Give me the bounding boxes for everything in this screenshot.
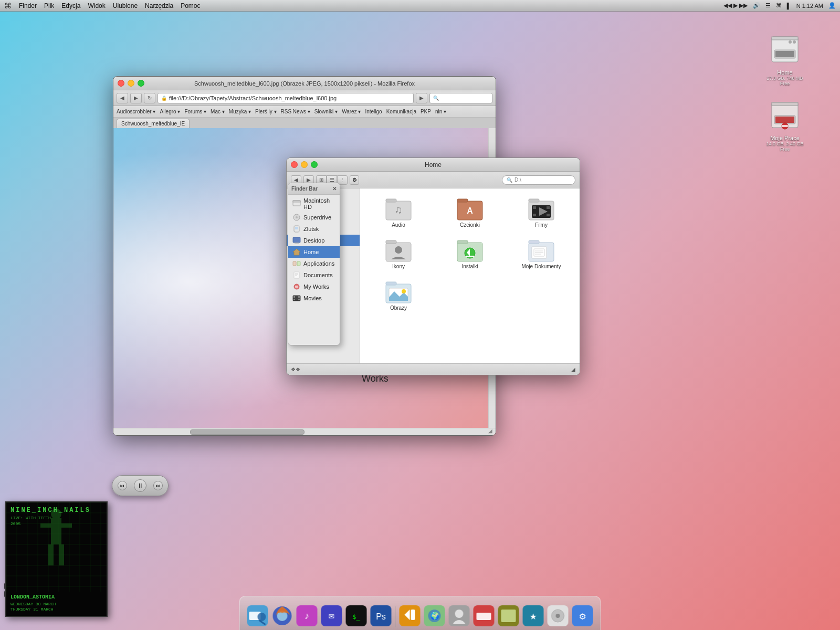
finderbar-item-desktop[interactable]: Desktop bbox=[288, 235, 340, 246]
bm-inteligo[interactable]: Inteligo bbox=[365, 109, 382, 114]
bm-audioscrobbler[interactable]: Audioscrobbler ▾ bbox=[117, 109, 155, 114]
svg-rect-64 bbox=[547, 214, 550, 216]
user-icon[interactable]: 👤 bbox=[828, 2, 836, 9]
desktop-sidebar-label: Desktop bbox=[303, 237, 324, 244]
finderbar-item-my-works[interactable]: My Works bbox=[288, 281, 340, 292]
volume-icon[interactable]: 🔊 bbox=[753, 2, 760, 9]
firefox-window-controls bbox=[118, 80, 144, 87]
forward-button[interactable]: ▶ bbox=[130, 93, 142, 103]
finderbar-panel: Finder Bar ✕ Macintosh HD Superdrive Zlu… bbox=[288, 183, 340, 345]
finder-close-button[interactable] bbox=[291, 161, 298, 168]
dock-icon3[interactable]: ♪ bbox=[296, 604, 319, 627]
finder-search-text: D:\ bbox=[514, 177, 521, 183]
finder-item-filmy[interactable]: Filmy bbox=[508, 194, 574, 230]
menu-finder[interactable]: Finder bbox=[19, 2, 37, 9]
bm-nin[interactable]: nin ▾ bbox=[435, 109, 446, 114]
firefox-scrollbar-thumb[interactable] bbox=[190, 429, 304, 435]
svg-point-15 bbox=[296, 216, 298, 218]
bm-allegro[interactable]: Allegro ▾ bbox=[160, 109, 180, 114]
menu-narzedzia[interactable]: Narzędzia bbox=[145, 2, 173, 9]
bm-komunikacja[interactable]: Komunikacja bbox=[386, 109, 416, 114]
finder-minimize-button[interactable] bbox=[301, 161, 308, 168]
bm-rss[interactable]: RSS News ▾ bbox=[281, 109, 310, 114]
menu-widok[interactable]: Widok bbox=[88, 2, 105, 9]
home-sidebar-label: Home bbox=[303, 249, 319, 255]
dock-icon11[interactable] bbox=[497, 604, 520, 627]
tab-label: Schwuoosh_meltedblue_IE bbox=[121, 121, 185, 127]
firefox-maximize-button[interactable] bbox=[138, 80, 144, 87]
svg-rect-22 bbox=[297, 261, 300, 266]
desktop-icon-moje-prace[interactable]: Moje Prace 14.0 GB, 2.40 GB Free bbox=[761, 97, 808, 152]
back-button[interactable]: ◀ bbox=[117, 93, 128, 103]
media-controls-icon[interactable]: ◀◀ ▶ ▶▶ bbox=[723, 2, 748, 9]
finderbar-item-documents[interactable]: Documents bbox=[288, 269, 340, 281]
finder-search[interactable]: 🔍 D:\ bbox=[502, 175, 575, 185]
svg-text:$_: $_ bbox=[352, 613, 360, 621]
dock-icon13[interactable] bbox=[547, 604, 570, 627]
bm-forums[interactable]: Forums ▾ bbox=[184, 109, 206, 114]
svg-rect-73 bbox=[466, 256, 474, 257]
dock-icon5[interactable]: $_ bbox=[345, 604, 368, 627]
tab-schwuoosh[interactable]: Schwuoosh_meltedblue_IE bbox=[117, 119, 190, 128]
finderbar-close[interactable]: ✕ bbox=[332, 186, 337, 192]
finder-maximize-button[interactable] bbox=[311, 161, 318, 168]
dock-icon6-img: Ps bbox=[371, 605, 392, 626]
firefox-hscrollbar[interactable] bbox=[113, 428, 496, 435]
dock: ♪ ✉ $_ Ps 🌍 bbox=[239, 596, 601, 630]
finderbar-item-superdrive[interactable]: Superdrive bbox=[288, 212, 340, 223]
search-box[interactable]: 🔍 bbox=[429, 93, 492, 103]
finderbar-item-home[interactable]: Home bbox=[288, 246, 340, 258]
finder-item-obrazy[interactable]: Obrazy bbox=[365, 277, 432, 313]
play-pause-button[interactable]: ⏸ bbox=[134, 479, 146, 492]
apple-menu[interactable]: ⌘ bbox=[4, 2, 12, 10]
menu-plik[interactable]: Plik bbox=[44, 2, 54, 9]
finder-item-audio[interactable]: ♫ Audio bbox=[365, 194, 432, 230]
dock-icon12[interactable]: ★ bbox=[522, 604, 545, 627]
finderbar-item-zlutsk[interactable]: Zlutsk bbox=[288, 223, 340, 235]
firefox-minimize-button[interactable] bbox=[128, 80, 134, 87]
home-sidebar-icon bbox=[292, 248, 301, 256]
finder-item-instalki[interactable]: Instalki bbox=[437, 235, 503, 271]
dock-icon7[interactable] bbox=[398, 604, 422, 627]
dock-icon14[interactable]: ⚙ bbox=[571, 604, 594, 627]
finderbar-item-macintosh-hd[interactable]: Macintosh HD bbox=[288, 196, 340, 212]
moje-prace-drive-icon bbox=[769, 97, 801, 133]
dock-icon6[interactable]: Ps bbox=[370, 604, 393, 627]
moje-prace-label: Moje Prace bbox=[770, 135, 800, 141]
refresh-button[interactable]: ↻ bbox=[144, 93, 155, 103]
finder-item-moje-dokumenty[interactable]: Moje Dokumenty bbox=[508, 235, 574, 271]
dock-finder[interactable] bbox=[246, 604, 269, 627]
next-button[interactable]: ⏭ bbox=[153, 481, 163, 490]
bm-mac[interactable]: Mac ▾ bbox=[211, 109, 225, 114]
bm-pkp[interactable]: PKP bbox=[421, 109, 431, 114]
moje-prace-sublabel: 14.0 GB, 2.40 GB Free bbox=[761, 141, 808, 152]
finder-item-czcionki[interactable]: A Czcionki bbox=[437, 194, 503, 230]
dock-icon9[interactable] bbox=[448, 604, 471, 627]
dock-firefox[interactable] bbox=[271, 604, 294, 627]
dock-icon10[interactable] bbox=[472, 604, 496, 627]
finder-action-button[interactable]: ⚙ bbox=[350, 175, 359, 185]
firefox-close-button[interactable] bbox=[118, 80, 124, 87]
movies-sidebar-icon bbox=[292, 294, 301, 302]
finderbar-item-movies[interactable]: Movies bbox=[288, 292, 340, 304]
prev-button[interactable]: ⏮ bbox=[118, 481, 127, 490]
svg-rect-56 bbox=[457, 199, 468, 202]
desktop-icon-home[interactable]: Home 27.3 GB, 748 MB Free bbox=[761, 32, 808, 86]
go-button[interactable]: ▶ bbox=[416, 93, 427, 103]
menu-edycja[interactable]: Edycja bbox=[61, 2, 80, 9]
bm-slowniki[interactable]: Słowniki ▾ bbox=[314, 109, 338, 114]
url-bar[interactable]: 🔒 file:///D:/Obrazy/Tapety/Abstract/Schw… bbox=[158, 93, 414, 103]
menu-ulubione[interactable]: Ulubione bbox=[113, 2, 138, 9]
bm-warez[interactable]: Warez ▾ bbox=[342, 109, 361, 114]
dock-icon4[interactable]: ✉ bbox=[320, 604, 343, 627]
applications-label: Applications bbox=[303, 260, 334, 267]
bm-piersly[interactable]: Pierś ly ▾ bbox=[255, 109, 277, 114]
dock-icon8[interactable]: 🌍 bbox=[423, 604, 446, 627]
firefox-resize-handle[interactable]: ◢ bbox=[488, 428, 495, 434]
menu-pomoc[interactable]: Pomoc bbox=[181, 2, 200, 9]
finderbar-item-applications[interactable]: Applications bbox=[288, 258, 340, 269]
ikony-label: Ikony bbox=[392, 264, 405, 269]
finder-item-ikony[interactable]: Ikony bbox=[365, 235, 432, 271]
bm-muzyka[interactable]: Muzyka ▾ bbox=[229, 109, 251, 114]
finder-resize[interactable]: ◢ bbox=[571, 366, 575, 372]
